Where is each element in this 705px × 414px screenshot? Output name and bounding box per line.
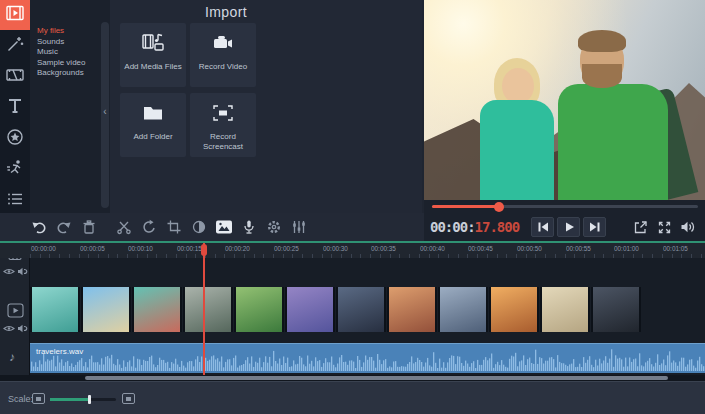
volume-icon[interactable] xyxy=(679,218,697,236)
ruler-label: 00:00:30 xyxy=(323,245,348,252)
list-icon xyxy=(5,189,25,213)
sidebar-item-stickers[interactable] xyxy=(0,124,30,154)
playhead[interactable] xyxy=(203,243,205,375)
record-video-button[interactable]: Record Video xyxy=(190,23,256,87)
library-item-sounds[interactable]: Sounds xyxy=(37,37,110,48)
ruler-label: 00:00:55 xyxy=(566,245,591,252)
timecode: 00:00:17.800 xyxy=(430,219,519,235)
seek-bar[interactable] xyxy=(432,205,698,208)
star-badge-icon xyxy=(5,127,25,151)
video-preview xyxy=(424,0,705,200)
tile-label: Record Video xyxy=(199,62,247,72)
timeline-scrollbar-thumb[interactable] xyxy=(85,376,668,380)
ruler-label: 00:00:10 xyxy=(128,245,153,252)
eye-icon[interactable] xyxy=(3,262,15,280)
ruler-label: 00:00:45 xyxy=(468,245,493,252)
seek-handle[interactable] xyxy=(494,202,504,212)
video-clip-portrait-dark[interactable] xyxy=(591,287,641,332)
sidebar xyxy=(0,0,30,213)
import-panel-title: Import xyxy=(30,4,422,20)
ruler-label: 00:00:25 xyxy=(274,245,299,252)
add-media-icon xyxy=(141,23,165,58)
scale-slider[interactable] xyxy=(50,398,116,401)
scale-slider-knob[interactable] xyxy=(88,395,91,404)
player-bar: 00:00:17.800 xyxy=(424,213,705,241)
letter-t-icon xyxy=(5,96,25,120)
video-clip-group-selfie-gray[interactable] xyxy=(183,287,233,332)
filmstrip-play-icon xyxy=(5,3,25,27)
sidebar-item-media-import[interactable] xyxy=(0,0,30,30)
video-clip-child-flowers[interactable] xyxy=(285,287,335,332)
zoom-full-icon[interactable] xyxy=(122,393,135,404)
video-track xyxy=(30,287,642,332)
video-clip-sunset-selfie[interactable] xyxy=(489,287,539,332)
redo-button[interactable] xyxy=(55,218,73,236)
sidebar-item-transitions[interactable] xyxy=(0,62,30,92)
zoom-fit-icon[interactable] xyxy=(32,393,45,404)
audio-properties-button[interactable] xyxy=(290,218,308,236)
timecode-fraction: 17.800 xyxy=(475,219,520,235)
rotate-button[interactable] xyxy=(140,218,158,236)
video-clip-beach-jump[interactable] xyxy=(81,287,131,332)
app-window: My files Sounds Music Sample video Backg… xyxy=(0,0,705,414)
library-item-sample-video[interactable]: Sample video xyxy=(37,58,110,69)
running-man-icon xyxy=(5,158,25,182)
ruler-label: 00:01:00 xyxy=(614,245,639,252)
timeline-ruler[interactable]: 00:00:0000:00:0500:00:1000:00:1500:00:20… xyxy=(0,243,705,258)
audio-waveform xyxy=(30,343,705,373)
ruler-label: 00:00:05 xyxy=(80,245,105,252)
tile-label: Add Folder xyxy=(133,132,172,142)
next-frame-button[interactable] xyxy=(583,217,606,237)
tile-label: Record Screencast xyxy=(190,132,256,151)
record-screencast-icon xyxy=(211,93,235,128)
video-clip-family-meal[interactable] xyxy=(387,287,437,332)
add-folder-icon xyxy=(141,93,165,128)
sidebar-item-titles[interactable] xyxy=(0,93,30,123)
library-item-my-files[interactable]: My files xyxy=(37,26,110,37)
sidebar-item-more-tools[interactable] xyxy=(0,186,30,216)
detach-player-icon[interactable] xyxy=(631,218,649,236)
eye-icon[interactable] xyxy=(3,319,15,337)
split-button[interactable] xyxy=(115,218,133,236)
speaker-icon[interactable] xyxy=(17,319,28,337)
video-clip-group-selfie-blue[interactable] xyxy=(438,287,488,332)
playhead-handle[interactable] xyxy=(201,244,207,256)
video-clip-beach-writing[interactable] xyxy=(540,287,590,332)
record-screencast-button[interactable]: Record Screencast xyxy=(190,93,256,157)
status-bar: Scale: Project settings: 1920x1080 16:9 … xyxy=(0,381,705,414)
delete-button[interactable] xyxy=(80,218,98,236)
library-panel: My files Sounds Music Sample video Backg… xyxy=(30,0,110,213)
ruler-label: 00:00:40 xyxy=(420,245,445,252)
tile-label: Add Media Files xyxy=(124,62,181,72)
video-clip-hands-circle[interactable] xyxy=(132,287,182,332)
ruler-label: 00:00:35 xyxy=(371,245,396,252)
library-item-music[interactable]: Music xyxy=(37,47,110,58)
record-audio-button[interactable] xyxy=(240,218,258,236)
ruler-ticks xyxy=(30,254,705,258)
sidebar-item-animation[interactable] xyxy=(0,155,30,185)
add-media-files-button[interactable]: Add Media Files xyxy=(120,23,186,87)
magic-wand-icon xyxy=(5,34,25,58)
undo-button[interactable] xyxy=(30,218,48,236)
add-folder-button[interactable]: Add Folder xyxy=(120,93,186,157)
video-clip-desk[interactable] xyxy=(336,287,386,332)
library-item-backgrounds[interactable]: Backgrounds xyxy=(37,68,110,79)
previous-frame-button[interactable] xyxy=(531,217,554,237)
fullscreen-icon[interactable] xyxy=(655,218,673,236)
clip-properties-button[interactable] xyxy=(265,218,283,236)
crop-button[interactable] xyxy=(165,218,183,236)
timeline-toolbar xyxy=(0,213,424,241)
audio-clip[interactable]: travelers.wav xyxy=(30,343,705,373)
seek-progress xyxy=(432,205,499,208)
track-headers: ♪ xyxy=(0,243,30,375)
speaker-icon[interactable] xyxy=(17,262,28,280)
image-tool-button[interactable] xyxy=(215,218,233,236)
sidebar-item-filters[interactable] xyxy=(0,31,30,61)
color-adjustments-button[interactable] xyxy=(190,218,208,236)
transition-filmstrip-icon xyxy=(5,65,25,89)
video-clip-surfer-beach[interactable] xyxy=(30,287,80,332)
ruler-label: 00:00:50 xyxy=(517,245,542,252)
play-button[interactable] xyxy=(557,217,580,237)
seek-row xyxy=(424,200,705,213)
video-clip-garden[interactable] xyxy=(234,287,284,332)
